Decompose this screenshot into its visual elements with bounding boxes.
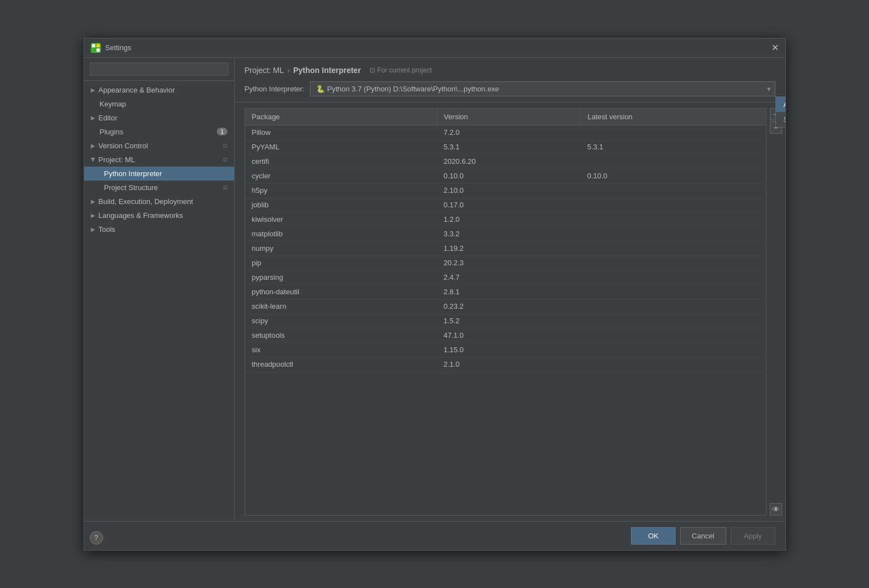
cell-latest [580,125,765,139]
cell-latest: 0.10.0 [580,168,765,183]
col-latest: Latest version [580,109,765,125]
dialog-content: ▶ Appearance & Behavior Keymap ▶ Editor … [84,58,785,521]
main-content: Project: ML › Python Interpreter ⊡ For c… [235,58,785,521]
dialog-title: Settings [105,43,132,52]
sidebar-item-editor[interactable]: ▶ Editor [84,111,234,125]
cell-version: 7.2.0 [437,125,581,139]
packages-table: Package Version Latest version Pillow 7.… [245,109,766,372]
dialog-footer: ? OK Cancel Apply [84,521,785,550]
cell-latest: 5.3.1 [580,139,765,154]
table-row: joblib 0.17.0 [245,197,766,212]
cell-version: 20.2.3 [437,255,581,270]
plugins-badge: 1 [217,128,227,135]
sidebar-item-project-structure[interactable]: Project Structure ⧉ [84,181,234,195]
breadcrumb-project: Project: ML [245,66,284,75]
sidebar-item-label: Keymap [100,100,127,108]
cell-latest [580,270,765,284]
cell-version: 2.10.0 [437,183,581,197]
sidebar-item-plugins[interactable]: Plugins 1 [84,125,234,139]
table-row: threadpoolctl 2.1.0 [245,357,766,371]
breadcrumb-sep: › [287,66,290,75]
table-row: matplotlib 3.3.2 [245,226,766,241]
table-row: h5py 2.10.0 [245,183,766,197]
cell-version: 1.15.0 [437,342,581,357]
apply-button[interactable]: Apply [731,527,775,545]
dropdown-item-add[interactable]: Add... [776,97,785,112]
sidebar-item-appearance[interactable]: ▶ Appearance & Behavior [84,83,234,97]
help-button[interactable]: ? [90,531,103,545]
table-row: Pillow 7.2.0 [245,125,766,139]
app-logo [91,43,101,53]
cell-package: cycler [245,168,437,183]
table-area: Package Version Latest version Pillow 7.… [245,108,785,516]
cell-latest [580,328,765,342]
arrow-icon: ▶ [91,212,95,218]
col-package: Package [245,109,437,125]
cell-version: 2.8.1 [437,284,581,299]
search-input[interactable] [90,62,229,76]
sidebar-item-label: Languages & Frameworks [99,211,183,220]
cell-version: 1.2.0 [437,212,581,226]
cell-latest [580,226,765,241]
ok-button[interactable]: OK [631,527,676,545]
sidebar-item-label: Plugins [100,128,124,136]
sidebar-item-label: Project: ML [99,155,135,164]
cell-version: 2.1.0 [437,357,581,371]
table-actions: + − 👁 [766,108,785,516]
arrow-icon: ▶ [91,87,95,93]
interpreter-select[interactable]: 🐍 Python 3.7 (Python) D:\Software\Python… [310,81,775,96]
sidebar-item-version-control[interactable]: ▶ Version Control ⧉ [84,139,234,153]
cell-package: certifi [245,154,437,168]
cell-latest [580,342,765,357]
cell-version: 0.23.2 [437,299,581,313]
cell-package: python-dateutil [245,284,437,299]
interpreter-label: Python Interpreter: [245,85,305,93]
main-header: Project: ML › Python Interpreter ⊡ For c… [235,58,785,103]
copy-icon: ⧉ [223,156,227,163]
col-version: Version [437,109,581,125]
sidebar-item-python-interpreter[interactable]: Python Interpreter ⧉ [84,167,234,181]
sidebar-item-keymap[interactable]: Keymap [84,97,234,111]
show-details-button[interactable]: 👁 [770,503,782,516]
table-row: pip 20.2.3 [245,255,766,270]
cell-version: 5.3.1 [437,139,581,154]
table-row: six 1.15.0 [245,342,766,357]
dropdown-item-show-all[interactable]: Show All... [776,112,785,127]
copy-icon: ⧉ [223,170,227,177]
interpreter-select-wrap: 🐍 Python 3.7 (Python) D:\Software\Python… [310,81,775,96]
sidebar-item-project-ml[interactable]: ▶ Project: ML ⧉ [84,153,234,167]
packages-table-wrap: Package Version Latest version Pillow 7.… [245,108,766,516]
close-button[interactable]: ✕ [771,43,779,52]
interpreter-dropdown-menu: Add... Show All... [775,96,785,128]
cell-version: 1.19.2 [437,241,581,255]
sidebar-item-tools[interactable]: ▶ Tools [84,222,234,236]
table-row: scipy 1.5.2 [245,313,766,328]
sidebar-item-languages[interactable]: ▶ Languages & Frameworks [84,208,234,222]
table-row: certifi 2020.6.20 [245,154,766,168]
cell-package: Pillow [245,125,437,139]
table-row: pyparsing 2.4.7 [245,270,766,284]
sidebar-items: ▶ Appearance & Behavior Keymap ▶ Editor … [84,81,234,521]
table-row: PyYAML 5.3.1 5.3.1 [245,139,766,154]
cell-latest [580,154,765,168]
cell-package: six [245,342,437,357]
cell-version: 0.10.0 [437,168,581,183]
cancel-button[interactable]: Cancel [680,527,726,545]
sidebar-item-label: Editor [99,114,118,122]
sidebar-item-label: Build, Execution, Deployment [99,197,193,206]
cell-package: scipy [245,313,437,328]
cell-package: numpy [245,241,437,255]
sidebar-item-build[interactable]: ▶ Build, Execution, Deployment [84,195,234,208]
table-row: cycler 0.10.0 0.10.0 [245,168,766,183]
cell-version: 47.1.0 [437,328,581,342]
sidebar-item-label: Appearance & Behavior [99,86,175,94]
cell-latest [580,299,765,313]
breadcrumb: Project: ML › Python Interpreter ⊡ For c… [245,66,775,75]
sidebar-item-label: Project Structure [104,183,158,192]
cell-package: scikit-learn [245,299,437,313]
interpreter-row: Python Interpreter: 🐍 Python 3.7 (Python… [245,81,775,96]
cell-version: 1.5.2 [437,313,581,328]
arrow-icon: ▶ [91,226,95,232]
sidebar-item-label: Python Interpreter [104,169,162,178]
sidebar-item-label: Tools [99,225,115,234]
